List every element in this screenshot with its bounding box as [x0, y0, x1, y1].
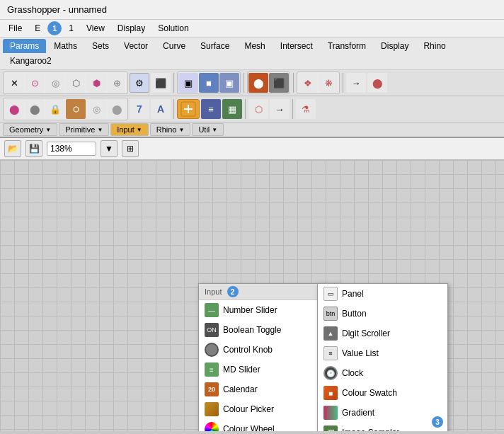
- geometry-section: ✕ ⊙ ◎ ⬡ ⬢ ⊕: [3, 72, 128, 94]
- cat-util-label: Util: [198, 125, 210, 134]
- tab-sets[interactable]: Sets: [85, 39, 116, 53]
- tb-btn-9[interactable]: ▣: [178, 73, 198, 93]
- tb-btn-3[interactable]: ◎: [45, 73, 65, 93]
- tab-intersect[interactable]: Intersect: [273, 39, 320, 53]
- item-value-list[interactable]: ≡ Value List: [318, 343, 447, 363]
- md-icon: ≡: [205, 362, 219, 377]
- menu-help[interactable]: Solution: [152, 21, 194, 35]
- tb-btn-6[interactable]: ⊕: [107, 73, 127, 93]
- tab-rhino[interactable]: Rhino: [416, 39, 452, 53]
- item-button[interactable]: btn Button: [318, 304, 447, 324]
- input-icon: [178, 99, 198, 119]
- tb-btn-27[interactable]: A: [151, 99, 171, 119]
- wheel-label: Colour Wheel: [223, 424, 275, 431]
- tab-surface[interactable]: Surface: [193, 39, 236, 53]
- sampler-icon: 🖼: [323, 426, 338, 431]
- digit-label: Digit Scroller: [342, 329, 390, 338]
- tb-btn-24[interactable]: ◎: [86, 99, 106, 119]
- menu-file[interactable]: File: [3, 21, 28, 35]
- tb-btn-8[interactable]: ⬛: [151, 73, 171, 93]
- tb-btn-15[interactable]: ❋: [319, 73, 338, 93]
- item-panel[interactable]: ▭ Panel: [318, 284, 447, 304]
- toolbar: ✕ ⊙ ◎ ⬡ ⬢ ⊕ ⚙ ⬛ ▣ ■ ▣ ⬤ ⬛ ❖ ❋ → ⬤ ⬤: [0, 70, 504, 138]
- cat-primitive[interactable]: Primitive ▼: [59, 123, 109, 136]
- tb-btn-25[interactable]: ⬤: [107, 99, 127, 119]
- tb-btn-26[interactable]: 7: [130, 99, 149, 119]
- tb-btn-16[interactable]: →: [346, 73, 366, 93]
- tb-btn-7[interactable]: ⚙: [130, 73, 149, 93]
- save-file-btn[interactable]: 💾: [25, 140, 42, 157]
- wheel-icon: [205, 422, 219, 431]
- slider-icon: —: [205, 303, 219, 317]
- menu-bar: File E 1 1 View Display Solution: [0, 20, 504, 38]
- tab-maths[interactable]: Maths: [47, 39, 84, 53]
- tb-btn-31[interactable]: →: [270, 99, 290, 119]
- tb-btn-12[interactable]: ⬤: [248, 73, 268, 93]
- toggle-icon: ON: [205, 323, 219, 337]
- tb-btn-29[interactable]: ▦: [222, 99, 242, 119]
- cat-input[interactable]: Input ▼: [110, 123, 148, 136]
- picker-label: Colour Picker: [223, 404, 274, 414]
- fit-btn[interactable]: ⊞: [122, 140, 139, 157]
- item-clock[interactable]: 🕐 Clock: [318, 363, 447, 383]
- clock-icon: 🕐: [323, 366, 338, 380]
- address-bar: 📂 💾 ▼ ⊞: [0, 138, 504, 160]
- tb-btn-22[interactable]: 🔒: [45, 99, 65, 119]
- menu-badge1[interactable]: 1: [47, 21, 62, 35]
- list-icon: ≡: [323, 346, 338, 360]
- tb-btn-10[interactable]: ■: [199, 73, 219, 93]
- sep4: [343, 73, 343, 93]
- tb-btn-14[interactable]: ❖: [298, 73, 318, 93]
- menu-display[interactable]: View: [81, 21, 110, 35]
- toolbar-row1: ✕ ⊙ ◎ ⬡ ⬢ ⊕ ⚙ ⬛ ▣ ■ ▣ ⬤ ⬛ ❖ ❋ → ⬤: [0, 70, 504, 96]
- tb-btn-23[interactable]: ⬡: [66, 99, 86, 119]
- cat-geometry[interactable]: Geometry ▼: [3, 123, 57, 136]
- tb-btn-5[interactable]: ⬢: [86, 73, 106, 93]
- cat-geometry-label: Geometry: [9, 125, 43, 134]
- item-digit-scroller[interactable]: ▲ Digit Scroller: [318, 324, 447, 343]
- sep1: [173, 73, 174, 93]
- zoom-input[interactable]: [47, 142, 96, 156]
- tab-mesh[interactable]: Mesh: [237, 39, 272, 53]
- menu-view[interactable]: 1: [63, 21, 79, 35]
- tb-btn-20[interactable]: ⬤: [4, 99, 24, 119]
- tb-btn-21[interactable]: ⬤: [25, 99, 45, 119]
- tab-bar: Params Maths Sets Vector Curve Surface M…: [0, 38, 504, 70]
- list-label: Value List: [342, 348, 379, 358]
- sep2: [244, 73, 244, 93]
- cat-util[interactable]: Util ▼: [192, 123, 224, 136]
- clock-label: Clock: [342, 368, 363, 378]
- calendar-label: Calendar: [223, 384, 258, 394]
- menu-edit[interactable]: E: [29, 21, 46, 35]
- canvas-area: Input 2 — Number Slider ON Boolean Toggl…: [0, 160, 504, 431]
- zoom-dropdown-btn[interactable]: ▼: [101, 140, 118, 157]
- tb-btn-2[interactable]: ⊙: [25, 73, 45, 93]
- tb-btn-28[interactable]: ≡: [201, 99, 221, 119]
- tb-btn-11[interactable]: ▣: [219, 73, 239, 93]
- tab-transform[interactable]: Transform: [321, 39, 373, 53]
- tb-btn-30[interactable]: ⬡: [248, 99, 268, 119]
- tb-btn-13[interactable]: ⬛: [269, 73, 289, 93]
- item-gradient[interactable]: Gradient: [318, 403, 447, 423]
- prim-section: ▣ ■ ▣: [177, 72, 241, 94]
- tab-vector[interactable]: Vector: [117, 39, 155, 53]
- item-colour-swatch[interactable]: ■ Colour Swatch: [318, 383, 447, 403]
- tb-input-active[interactable]: [177, 99, 200, 119]
- tab-kangaroo2[interactable]: Kangaroo2: [3, 54, 59, 68]
- tb-btn-32[interactable]: ⚗: [296, 99, 316, 119]
- open-file-btn[interactable]: 📂: [4, 140, 21, 157]
- knob-icon: [205, 343, 219, 357]
- tab-display2[interactable]: Display: [374, 39, 416, 53]
- cat-rhino[interactable]: Rhino ▼: [150, 123, 191, 136]
- panel-label: Panel: [342, 289, 364, 299]
- toggle-label: Boolean Toggle: [223, 325, 282, 335]
- badge2: 2: [227, 286, 239, 297]
- tab-curve[interactable]: Curve: [156, 39, 193, 53]
- tb-btn-1[interactable]: ✕: [4, 73, 24, 93]
- item-image-sampler[interactable]: 🖼 Image Sampler: [318, 423, 447, 431]
- tb-btn-4[interactable]: ⬡: [66, 73, 86, 93]
- menu-solution[interactable]: Display: [112, 21, 151, 35]
- tab-params[interactable]: Params: [3, 39, 46, 53]
- tb-btn-17[interactable]: ⬤: [367, 73, 387, 93]
- rhino-section: ❖ ❋: [297, 72, 340, 94]
